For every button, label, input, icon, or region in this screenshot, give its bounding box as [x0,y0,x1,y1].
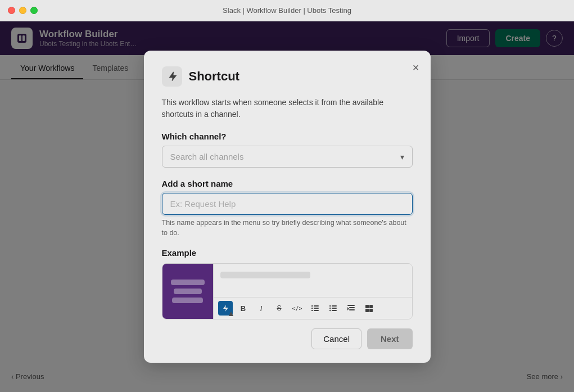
svg-rect-5 [314,310,319,311]
cancel-button[interactable]: Cancel [311,328,361,349]
toolbar-indent-icon [344,301,359,316]
svg-rect-10 [332,308,337,309]
example-container: B I S </> [162,263,413,319]
minimize-button[interactable] [19,7,26,14]
toolbar-strikethrough-icon: S [272,301,287,316]
svg-rect-21 [365,309,369,312]
toolbar-unordered-list-icon [326,301,341,316]
window-controls [8,7,38,14]
short-name-hint: This name appears in the menu so try bri… [162,218,413,238]
svg-rect-16 [349,307,355,308]
svg-rect-3 [314,305,319,307]
toolbar-ordered-list-icon [308,301,323,316]
svg-rect-9 [332,305,337,307]
svg-marker-18 [347,307,349,310]
svg-point-13 [329,308,331,309]
modal-icon [162,66,182,87]
svg-rect-8 [311,310,313,311]
maximize-button[interactable] [30,7,38,14]
svg-rect-20 [369,305,373,308]
svg-point-12 [329,305,331,307]
toolbar-more-icon [362,301,377,316]
modal-overlay: Shortcut × This workflow starts when som… [0,21,574,392]
svg-rect-17 [349,309,355,310]
svg-rect-15 [347,305,355,306]
example-text-placeholder [220,272,310,278]
channel-select-placeholder: Search all channels [170,152,244,161]
toolbar-bold-icon: B [236,301,251,316]
short-name-label: Add a short name [162,179,413,188]
example-bar-1 [171,280,205,285]
example-label: Example [162,248,413,258]
next-button[interactable]: Next [367,328,413,349]
modal-close-button[interactable]: × [413,62,419,73]
modal-description: This workflow starts when someone select… [162,97,413,120]
example-toolbar: B I S </> [214,297,412,319]
toolbar-code-icon: </> [290,301,305,316]
shortcut-modal: Shortcut × This workflow starts when som… [144,51,431,363]
svg-rect-11 [332,310,337,311]
titlebar: Slack | Workflow Builder | Ubots Testing [0,0,574,21]
example-bar-2 [174,289,202,294]
modal-footer: Cancel Next [162,328,413,349]
channel-select[interactable]: Search all channels ▾ [162,146,413,168]
modal-header: Shortcut [162,66,413,87]
svg-rect-22 [369,309,373,312]
channel-field-label: Which channel? [162,132,413,141]
svg-rect-6 [311,305,313,307]
close-button[interactable] [8,7,15,14]
example-sidebar [162,264,213,319]
chevron-down-icon: ▾ [400,152,404,161]
example-editor: B I S </> [213,264,412,319]
example-text-area [214,264,412,297]
window-title: Slack | Workflow Builder | Ubots Testing [223,6,351,15]
svg-rect-4 [314,308,319,309]
app-background: Workflow Builder Ubots Testing in the Ub… [0,21,574,392]
toolbar-lightning-icon [218,301,233,316]
svg-rect-7 [311,308,313,309]
example-bar-3 [172,298,203,303]
modal-title: Shortcut [189,69,239,84]
short-name-input[interactable] [162,193,413,215]
toolbar-italic-icon: I [254,301,269,316]
svg-rect-19 [365,305,369,308]
svg-point-14 [329,310,331,311]
